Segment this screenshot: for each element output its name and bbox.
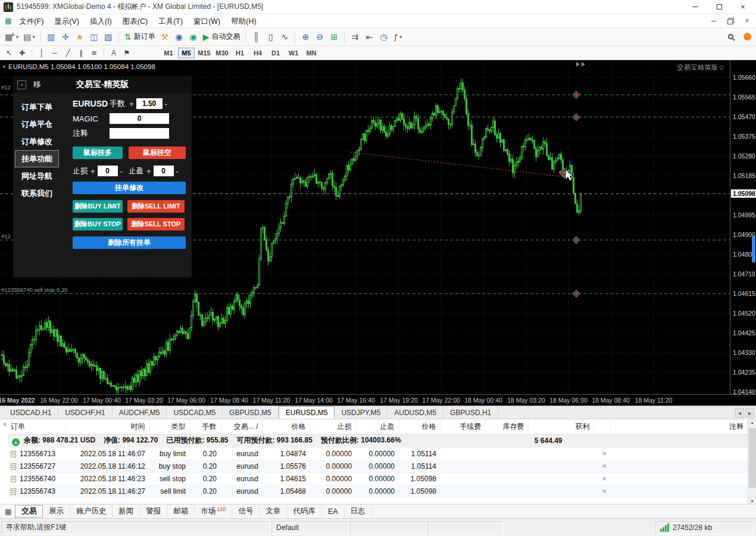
terminal-tab[interactable]: 账户历史 [70, 505, 113, 518]
delete-sell-limit-button[interactable]: 删除SELL LIMIT [127, 200, 185, 213]
terminal-tab[interactable]: 信号 [232, 505, 260, 518]
chat-button[interactable]: ◉ [186, 30, 201, 44]
menu-item[interactable]: 工具(T) [153, 16, 188, 27]
modify-pending-button[interactable]: 挂单修改 [73, 182, 186, 194]
order-marker-icon[interactable] [573, 236, 580, 244]
terminal-close-icon[interactable] [1, 421, 8, 428]
close-order-icon[interactable] [602, 462, 607, 470]
indicators-button[interactable]: ƒ▾ [391, 30, 405, 44]
terminal-tab[interactable]: 新闻 [113, 505, 140, 518]
timeframe-button[interactable]: W1 [285, 48, 302, 58]
order-marker-icon[interactable] [573, 114, 580, 121]
channel-tool-icon[interactable]: ∥ [74, 47, 88, 59]
close-order-icon[interactable] [602, 487, 607, 495]
mql-community-button[interactable]: ◉ [172, 30, 186, 44]
tp-decrease-button[interactable]: - [174, 167, 181, 176]
table-row[interactable]: 123556727 2022.05.18 11:46:12 buy stop 0… [8, 460, 748, 472]
close-order-icon[interactable] [602, 450, 607, 457]
panel-header[interactable]: 移 交易宝-精英版 [13, 76, 192, 93]
magic-input[interactable] [110, 113, 169, 124]
terminal-tab[interactable]: 邮箱 [167, 505, 195, 518]
column-header[interactable]: 注释 [610, 419, 748, 434]
column-header[interactable]: 止损 [310, 419, 355, 434]
menu-item[interactable]: 帮助(H) [226, 16, 261, 27]
timeframe-button[interactable]: M1 [160, 48, 177, 58]
panel-menu-item[interactable]: 联系我们 [15, 185, 59, 202]
tp-increase-button[interactable]: + [144, 167, 154, 176]
lots-decrease-button[interactable]: - [163, 99, 170, 108]
terminal-scrollbar[interactable] [748, 419, 756, 504]
connection-status[interactable]: 27452/28 kb [655, 521, 754, 534]
fibonacci-tool-icon[interactable]: ≋ [88, 47, 101, 59]
panel-move-handle[interactable]: 移 [33, 79, 41, 90]
chart-tab[interactable]: USDCAD,M5 [167, 406, 223, 419]
terminal-button[interactable]: ◫ [87, 30, 101, 44]
menu-item[interactable]: 图表(C) [117, 16, 153, 27]
cursor-tool-icon[interactable]: ↖ [2, 47, 15, 59]
child-close-button[interactable]: × [739, 15, 755, 26]
terminal-tab[interactable]: 文章 [260, 505, 287, 518]
price-scale[interactable]: 1.056601.055651.054701.053751.052801.051… [730, 60, 756, 394]
data-window-button[interactable]: ✛ [58, 30, 73, 44]
timeframe-button[interactable]: H4 [249, 48, 266, 58]
delete-all-pending-button[interactable]: 删除所有挂单 [73, 236, 186, 249]
column-header[interactable]: 交易... / [220, 419, 262, 434]
arrows-tool-icon[interactable]: ⚑ [120, 47, 133, 59]
delete-buy-stop-button[interactable]: 删除BUY STOP [73, 218, 123, 230]
delete-sell-stop-button[interactable]: 删除SELL STOP [127, 218, 185, 230]
column-header[interactable]: 价格 [262, 419, 310, 434]
profile-selector[interactable]: Default [271, 521, 349, 534]
tabs-scroll-left-icon[interactable]: ◂ [735, 408, 744, 417]
notification-badge[interactable] [743, 33, 751, 40]
chart-shift-button[interactable]: ⇤ [362, 30, 376, 44]
close-order-icon[interactable] [602, 475, 607, 482]
period-clock-button[interactable]: ◷ [376, 30, 391, 44]
autotrading-button[interactable]: ▶自动交易 [201, 30, 243, 44]
bar-chart-button[interactable]: ║ [249, 30, 263, 44]
column-header[interactable]: 订单 [8, 419, 65, 434]
mouse-sell-pending-button[interactable]: 鼠标挂空 [129, 147, 186, 159]
chart-tab[interactable]: EURUSD,M5 [279, 406, 335, 419]
panel-menu-item[interactable]: 订单修改 [15, 133, 59, 150]
auto-scroll-button[interactable]: ⇉ [348, 30, 362, 44]
terminal-tab[interactable]: 警报 [140, 505, 167, 518]
search-icon[interactable] [723, 30, 738, 44]
comment-input[interactable] [110, 128, 169, 139]
menu-item[interactable]: 文件(F) [14, 16, 49, 27]
one-click-trading-toggle[interactable]: ▼ [2, 64, 7, 70]
column-header[interactable]: 手数 [189, 419, 220, 434]
window-maximize-button[interactable] [707, 1, 731, 14]
panel-menu-item[interactable]: 挂单功能 [15, 150, 59, 167]
mouse-buy-pending-button[interactable]: 鼠标挂多 [73, 147, 123, 159]
new-order-button[interactable]: ⇅新订单 [122, 30, 158, 44]
scrollbar-thumb[interactable] [749, 428, 756, 488]
terminal-tab[interactable]: 日志 [345, 505, 372, 518]
table-row[interactable]: 123556740 2022.05.18 11:46:23 sell stop … [8, 472, 748, 485]
terminal-tab[interactable]: 代码库 [287, 505, 322, 518]
zoom-in-button[interactable]: ⊕ [298, 30, 313, 44]
chart-area[interactable]: ▼ EURUSD,M5 1.05084 1.05100 1.05084 1.05… [0, 60, 756, 406]
column-header[interactable]: 止盈 [355, 419, 398, 434]
chart-tab[interactable]: USDJPY,M5 [335, 406, 388, 419]
sl-increase-button[interactable]: + [88, 167, 98, 176]
timeframe-button[interactable]: M30 [214, 48, 230, 58]
column-header[interactable]: 手续费 [440, 419, 485, 434]
chart-tab[interactable]: AUDUSD,M5 [388, 406, 443, 419]
chart-tab[interactable]: AUDCHF,M5 [113, 406, 167, 419]
takeprofit-input[interactable] [154, 166, 174, 176]
panel-menu-item[interactable]: 订单下单 [15, 98, 59, 116]
table-row[interactable]: 123556743 2022.05.18 11:46:27 sell limit… [8, 485, 748, 497]
stoploss-input[interactable] [98, 166, 118, 176]
market-watch-button[interactable]: ▥ [44, 30, 58, 44]
chart-tab[interactable]: GBPUSD,M5 [223, 406, 279, 419]
lots-increase-button[interactable]: + [127, 99, 136, 108]
window-close-button[interactable]: × [731, 1, 755, 14]
column-header[interactable]: 时间 [65, 419, 149, 434]
menu-item[interactable]: 显示(V) [49, 16, 85, 27]
timeframe-button[interactable]: M15 [196, 48, 213, 58]
sl-decrease-button[interactable]: - [118, 167, 125, 176]
panel-menu-item[interactable]: 网址导航 [15, 167, 59, 185]
new-chart-button[interactable]: ▦+▾ [2, 30, 21, 44]
time-axis[interactable]: 16 May 202216 May 22:0017 May 00:4017 Ma… [0, 394, 756, 406]
metaeditor-button[interactable]: ⚒ [158, 30, 172, 44]
